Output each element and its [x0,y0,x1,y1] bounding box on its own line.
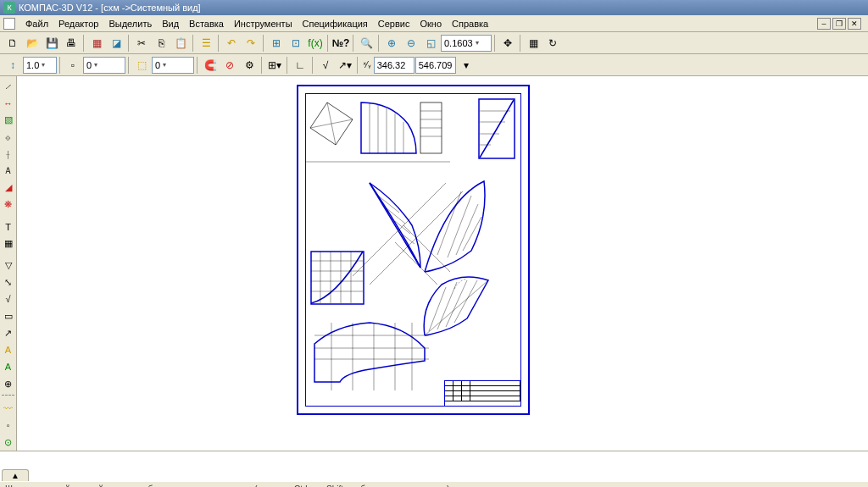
tolerance-tool[interactable]: ▭ [1,308,16,324]
menu-instruments[interactable]: Инструменты [229,17,298,30]
canvas[interactable] [17,76,868,451]
zoom-out-button[interactable]: ⊖ [402,34,420,53]
coord-label: ˣ⁄ᵧ [363,60,371,69]
arrow-tool[interactable]: А [1,359,16,374]
title-text: КОМПАС-3D V12 - [схм ->Системный вид] [19,3,201,13]
cut-line-tool[interactable]: А [1,342,16,357]
wave-tool[interactable]: 〰 [1,401,16,416]
left-toolbar: ⟋ ↔ ▧ ⟐ ⟊ Ａ ◢ ❋ T ▦ ▽ ⤡ √ ▭ ↗ А А ⊕ 〰 ◦ … [0,76,17,451]
grid-button[interactable]: ⊞▾ [265,56,284,75]
svg-line-24 [353,183,446,276]
print-button[interactable]: 🖶 [62,34,81,53]
layer-value: 0 [155,60,160,70]
menu-view[interactable]: Вид [157,17,184,30]
orient-button[interactable]: ▦ [524,34,542,53]
library-button[interactable]: ⊡ [287,34,305,53]
zoom-dropdown[interactable]: 0.1603 [441,35,492,52]
menu-select[interactable]: Выделить [103,17,157,30]
restore-button[interactable]: ❐ [832,18,846,30]
document-icon[interactable] [3,18,15,30]
snap-button[interactable]: 🧲 [201,56,220,75]
axis-tool[interactable]: ◦ [1,418,16,433]
coord-x-input[interactable] [374,57,415,74]
menubar: Файл Редактор Выделить Вид Вставка Инстр… [0,15,868,32]
menu-insert[interactable]: Вставка [184,17,229,30]
svg-rect-28 [311,252,364,304]
menu-spec[interactable]: Спецификация [298,17,373,30]
zoom-fit-button[interactable]: ◱ [421,34,440,53]
text-tool[interactable]: T [1,219,16,235]
annotation-tool[interactable]: ▧ [1,113,16,128]
step-button[interactable]: ▫ [64,56,82,75]
variables-button[interactable]: f(x) [306,34,325,53]
coord-y-input[interactable] [415,57,456,74]
drawing-sheet [297,85,530,415]
zoom-value: 0.1603 [444,38,473,48]
statusbar: Щелкните левой кнопкой мыши на объекте д… [0,481,868,487]
roughness-button[interactable]: √ [316,56,335,75]
close-button[interactable]: ✕ [848,18,861,30]
table-tool[interactable]: ▦ [1,236,16,252]
line-width-dropdown[interactable]: 1.0 [23,57,57,74]
status-text: Щелкните левой кнопкой мыши на объекте д… [5,484,449,488]
refresh-button[interactable]: ↻ [543,34,562,53]
position-tool[interactable]: ⊙ [1,434,16,450]
toolbar-main: 🗋 📂 💾 🖶 ▦ ◪ ✂ ⎘ 📋 ☰ ↶ ↷ ⊞ ⊡ f(x) №? 🔍 ⊕ … [0,32,868,54]
save-button[interactable]: 💾 [42,34,61,53]
help-button[interactable]: №? [331,34,350,53]
manager-button[interactable]: ⊞ [267,34,286,53]
ortho-button[interactable]: ∟ [291,56,309,75]
line-mark-tool[interactable]: ↗ [1,325,16,340]
cut-button[interactable]: ✂ [132,34,151,53]
menu-help[interactable]: Справка [447,17,493,30]
roughness-tool[interactable]: √ [1,291,16,307]
svg-line-38 [437,282,457,329]
step-dropdown[interactable]: 0 [83,57,125,74]
dimension-tool[interactable]: ↔ [1,96,16,111]
new-file-button[interactable]: 🗋 [3,34,22,53]
menu-service[interactable]: Сервис [373,17,415,30]
menu-editor[interactable]: Редактор [53,17,103,30]
spec-tool[interactable]: ❋ [1,197,16,213]
paste-button[interactable]: 📋 [171,34,190,53]
titlebar: К КОМПАС-3D V12 - [схм ->Системный вид] [0,0,868,15]
bottom-tab[interactable]: ▲ [2,469,29,481]
svg-line-39 [446,280,467,327]
part-button[interactable]: ◪ [107,34,125,53]
coord-dropdown-button[interactable]: ▾ [457,56,476,75]
toolbar-drawing: ↕ 1.0 ▫ 0 ⬚ 0 🧲 ⊘ ⚙ ⊞▾ ∟ √ ↗▾ ˣ⁄ᵧ ▾ [0,54,868,76]
minimize-button[interactable]: – [817,18,831,30]
layer-dropdown[interactable]: 0 [152,57,194,74]
preview-button[interactable]: ▦ [87,34,106,53]
pan-button[interactable]: ✥ [498,34,517,53]
main-area: ⟋ ↔ ▧ ⟐ ⟊ Ａ ◢ ❋ T ▦ ▽ ⤡ √ ▭ ↗ А А ⊕ 〰 ◦ … [0,76,868,451]
open-button[interactable]: 📂 [23,34,42,53]
line-style-button[interactable]: ↕ [3,56,22,75]
select-tool[interactable]: ◢ [1,180,16,196]
measure-tool[interactable]: Ａ [1,163,16,179]
redo-button[interactable]: ↷ [242,34,260,53]
properties-button[interactable]: ☰ [197,34,215,53]
copy-button[interactable]: ⎘ [152,34,170,53]
svg-line-20 [437,191,461,255]
geometry-tool[interactable]: ⟋ [1,79,16,94]
zoom-window-button[interactable]: 🔍 [357,34,376,53]
snap-off-button[interactable]: ⊘ [220,56,239,75]
app-icon: К [3,2,15,14]
menu-window[interactable]: Окно [415,17,447,30]
step-value: 0 [86,60,92,70]
menu-file[interactable]: Файл [20,17,53,30]
layer-button[interactable]: ⬚ [132,56,151,75]
title-block [444,380,520,406]
undo-button[interactable]: ↶ [222,34,241,53]
edit-tool[interactable]: ⟐ [1,130,16,145]
parametric-tool[interactable]: ⟊ [1,147,16,162]
leader-tool[interactable]: ⤡ [1,274,16,290]
window-controls: – ❐ ✕ [817,18,861,30]
line-width-value: 1.0 [26,60,39,70]
local-cs-button[interactable]: ↗▾ [336,56,354,75]
base-tool[interactable]: ▽ [1,258,16,274]
snap-config-button[interactable]: ⚙ [240,56,259,75]
zoom-in-button[interactable]: ⊕ [382,34,401,53]
center-tool[interactable]: ⊕ [1,376,16,391]
